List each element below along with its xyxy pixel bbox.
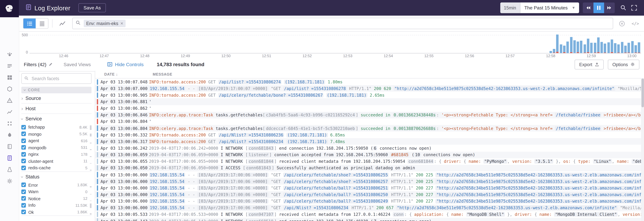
log-row[interactable]: Apr 03 13:00:07.000192.168.155.54 - - [0… xyxy=(95,85,644,92)
fullscreen-icon[interactable] xyxy=(629,3,640,13)
histogram-bar[interactable] xyxy=(604,44,606,53)
histogram-plot[interactable] xyxy=(30,35,641,54)
log-row[interactable]: Apr 03 13:00:06.000192.168.155.54 - - [0… xyxy=(95,171,644,178)
log-row[interactable]: Apr 03 13:00:06.0502019-04-03T17:00:06.0… xyxy=(95,165,644,171)
checkbox-checked[interactable] xyxy=(21,132,26,136)
edit-pencil-icon[interactable] xyxy=(48,62,53,67)
log-row[interactable]: Apr 03 13:00:06.846INFO:celery.app.trace… xyxy=(95,112,644,118)
histogram-bar[interactable] xyxy=(550,51,552,53)
log-row[interactable]: Apr 03 13:00:06.317INFO:tornado.access:2… xyxy=(95,138,644,145)
log-row[interactable]: Apr 03 13:00:06.804' xyxy=(95,118,644,125)
facet-item-error[interactable]: Error1.83K xyxy=(21,181,92,188)
facet-section-source[interactable]: ›Source xyxy=(21,93,92,103)
nav-integrations-icon[interactable] xyxy=(0,118,19,129)
histogram-bar[interactable] xyxy=(634,45,637,53)
checkbox-checked[interactable] xyxy=(21,152,26,157)
histogram-bar[interactable] xyxy=(628,43,630,53)
facet-search-box[interactable] xyxy=(21,73,92,84)
histogram-bar[interactable] xyxy=(597,38,600,53)
facet-item-notice[interactable]: Notice12 xyxy=(21,195,92,202)
full-list-view-button[interactable] xyxy=(36,19,48,29)
nav-infrastructure-icon[interactable] xyxy=(0,83,19,95)
facet-item-mongodb[interactable]: mongodb531 xyxy=(21,144,92,151)
graph-view-button[interactable] xyxy=(56,19,68,29)
remove-tag-icon[interactable]: × xyxy=(120,21,123,26)
facet-item-cluster-agent[interactable]: cluster-agent11 xyxy=(21,158,92,164)
facet-item-fetchapp[interactable]: fetchapp8.4K xyxy=(21,124,92,131)
histogram-bar[interactable] xyxy=(621,42,623,53)
histogram-bar[interactable] xyxy=(566,41,569,53)
facet-item-redis-cache[interactable]: redis-cache5 xyxy=(21,164,92,171)
histogram-bar[interactable] xyxy=(556,35,559,53)
facet-section-host[interactable]: ›Host xyxy=(21,104,92,113)
log-row[interactable]: Apr 03 13:00:06.0592019-04-03T17:00:06.0… xyxy=(95,151,644,158)
nav-monitors-icon[interactable] xyxy=(0,95,19,106)
facet-item-info[interactable]: Info11.53K xyxy=(21,202,92,209)
export-button[interactable]: Export xyxy=(575,60,604,70)
nav-notebooks-icon[interactable] xyxy=(0,141,19,152)
histogram-bar[interactable] xyxy=(624,46,627,53)
tab-saved-views[interactable]: Saved Views xyxy=(64,62,91,67)
checkbox-checked[interactable] xyxy=(21,159,26,163)
facet-section-service[interactable]: ›Service xyxy=(21,114,92,124)
time-forward-button[interactable] xyxy=(604,3,615,13)
save-as-button[interactable]: Save As xyxy=(78,3,106,12)
log-row[interactable]: Apr 03 13:00:06.905INFO:tornado.access:2… xyxy=(95,92,644,98)
facet-group-core[interactable]: › CORE xyxy=(21,87,92,93)
search-icon[interactable] xyxy=(618,3,629,13)
histogram-bar[interactable] xyxy=(577,41,579,53)
histogram-bar[interactable] xyxy=(614,43,616,53)
histogram-bar[interactable] xyxy=(607,42,610,53)
histogram-bar[interactable] xyxy=(638,43,640,53)
nav-dashboards-icon[interactable] xyxy=(0,72,19,83)
log-row[interactable]: Apr 03 13:00:06.804INFO:celery.app.trace… xyxy=(95,125,644,132)
facet-item-mongo[interactable]: mongo5.5K xyxy=(21,131,92,137)
checkbox-checked[interactable] xyxy=(21,166,26,170)
search-filter-tag[interactable]: Env: maxim-eks × xyxy=(84,20,126,27)
histogram-bar[interactable] xyxy=(563,45,566,53)
nav-synthetics-icon[interactable] xyxy=(0,163,19,175)
facet-item-nginx[interactable]: nginx178 xyxy=(21,151,92,158)
datadog-logo-icon[interactable] xyxy=(0,0,19,17)
checkbox-checked[interactable] xyxy=(21,182,26,187)
nav-apm-icon[interactable] xyxy=(0,129,19,141)
facet-item-ok[interactable]: Ok1.86K xyxy=(21,209,92,215)
histogram-bar[interactable] xyxy=(560,44,562,53)
log-row[interactable]: Apr 03 13:00:06.0552019-04-03T17:00:06.0… xyxy=(95,158,644,165)
column-header-message[interactable]: MESSAGE xyxy=(153,72,644,77)
checkbox-checked[interactable] xyxy=(21,189,26,194)
log-row[interactable]: Apr 03 13:00:06.000192.168.155.54 - - [0… xyxy=(95,178,644,185)
histogram-bar[interactable] xyxy=(618,44,620,53)
checkbox-checked[interactable] xyxy=(21,196,26,201)
histogram-bar[interactable] xyxy=(587,39,589,53)
nav-metrics-icon[interactable] xyxy=(0,106,19,118)
log-row[interactable]: Apr 03 13:00:06.862' xyxy=(95,105,644,112)
log-row[interactable]: Apr 03 13:00:06.881' xyxy=(95,98,644,105)
histogram-bar[interactable] xyxy=(594,43,596,53)
hide-controls-button[interactable]: Hide Controls xyxy=(107,61,144,68)
log-volume-chart[interactable]: 500 0 12:4612:4712:4812:4912:5012:5112:5… xyxy=(19,32,644,58)
checkbox-checked[interactable] xyxy=(21,125,26,129)
list-view-button[interactable] xyxy=(24,19,36,29)
histogram-bar[interactable] xyxy=(580,41,582,53)
log-row[interactable]: Apr 03 13:00:06.332INFO:tornado.access:2… xyxy=(95,132,644,138)
log-row[interactable]: Apr 03 13:00:06.000192.168.155.54 - - [0… xyxy=(95,191,644,198)
checkbox-checked[interactable] xyxy=(21,145,26,150)
histogram-bar[interactable] xyxy=(573,40,576,53)
log-row[interactable]: Apr 03 13:00:06.000192.168.155.54 - - [0… xyxy=(95,205,644,211)
facet-item-agent[interactable]: agent616 xyxy=(21,137,92,144)
checkbox-checked[interactable] xyxy=(21,138,26,143)
facet-item-warn[interactable]: Warn0 xyxy=(21,188,92,195)
options-button[interactable]: Options xyxy=(608,60,640,70)
log-row[interactable]: Apr 03 13:00:06.000192.168.155.54 - - [0… xyxy=(95,185,644,191)
log-row[interactable]: Apr 03 13:00:05.5332019-04-03T17:00:05.5… xyxy=(95,211,644,218)
nav-events-icon[interactable] xyxy=(0,60,19,72)
log-row[interactable]: Apr 03 13:00:06.2422019-04-03T17:00:06.2… xyxy=(95,145,644,151)
histogram-bar[interactable] xyxy=(610,40,613,53)
histogram-bar[interactable] xyxy=(570,37,572,53)
facet-search-input[interactable] xyxy=(31,76,88,81)
log-row[interactable]: Apr 03 13:00:07.048INFO:tornado.access:2… xyxy=(95,79,644,85)
checkbox-checked[interactable] xyxy=(21,203,26,207)
log-row[interactable]: Apr 03 13:00:06.000192.168.155.54 - - [0… xyxy=(95,198,644,204)
time-backward-button[interactable] xyxy=(583,3,594,13)
